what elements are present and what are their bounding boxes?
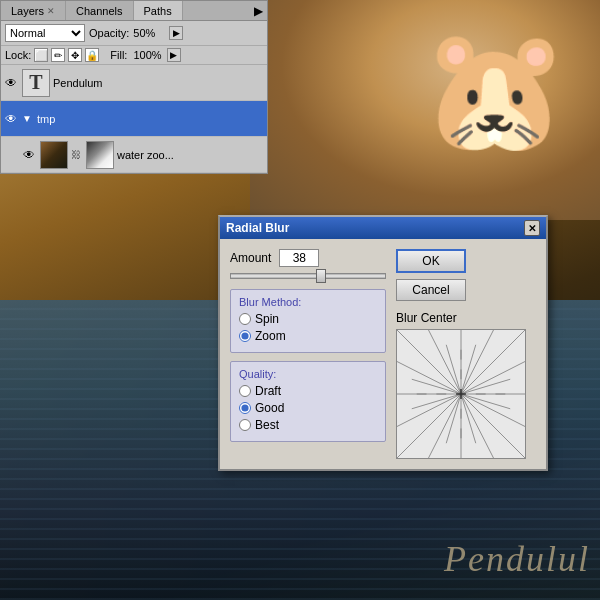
quality-good-row: Good bbox=[239, 401, 377, 415]
tab-layers-close[interactable]: ✕ bbox=[47, 6, 55, 16]
amount-slider-thumb[interactable] bbox=[316, 269, 326, 283]
layer-name-tmp: tmp bbox=[37, 113, 265, 125]
eye-icon-water-zoo[interactable]: 👁 bbox=[21, 147, 37, 163]
dialog-body: Amount Blur Method: Spin Zoom bbox=[220, 239, 546, 469]
svg-line-12 bbox=[429, 330, 461, 394]
svg-line-8 bbox=[397, 362, 461, 394]
blur-method-spin-row: Spin bbox=[239, 312, 377, 326]
radial-blur-dialog: Radial Blur ✕ Amount Blur Method: Spin bbox=[218, 215, 548, 471]
blur-method-spin-radio[interactable] bbox=[239, 313, 251, 325]
blur-center-svg bbox=[397, 330, 525, 458]
blur-method-label: Blur Method: bbox=[239, 296, 377, 308]
amount-input[interactable] bbox=[279, 249, 319, 267]
svg-line-14 bbox=[429, 394, 461, 458]
quality-good-label: Good bbox=[255, 401, 284, 415]
tab-layers[interactable]: Layers ✕ bbox=[1, 1, 66, 20]
layer-list: 👁 T Pendulum 👁 ▼ tmp 👁 ⛓ water zoo... bbox=[1, 65, 267, 173]
fill-arrow-btn[interactable]: ▶ bbox=[167, 48, 181, 62]
layer-item-pendulum[interactable]: 👁 T Pendulum bbox=[1, 65, 267, 101]
panel-tabs: Layers ✕ Channels Paths ▶ bbox=[1, 1, 267, 21]
blur-method-zoom-row: Zoom bbox=[239, 329, 377, 343]
dialog-titlebar: Radial Blur ✕ bbox=[220, 217, 546, 239]
watermark-text: Pendulul bbox=[444, 538, 590, 580]
layer-item-water-zoo[interactable]: 👁 ⛓ water zoo... bbox=[1, 137, 267, 173]
blur-center-box[interactable] bbox=[396, 329, 526, 459]
amount-slider[interactable] bbox=[230, 273, 386, 279]
blur-method-section: Blur Method: Spin Zoom bbox=[230, 289, 386, 353]
lock-label: Lock: bbox=[5, 49, 31, 61]
tab-channels[interactable]: Channels bbox=[66, 1, 133, 20]
svg-line-10 bbox=[461, 362, 525, 394]
quality-section: Quality: Draft Good Best bbox=[230, 361, 386, 442]
lock-transparent-icon[interactable]: ⬜ bbox=[34, 48, 48, 62]
amount-row: Amount bbox=[230, 249, 386, 267]
fill-label: Fill: bbox=[110, 49, 127, 61]
layer-name-pendulum: Pendulum bbox=[53, 77, 265, 89]
layer-item-tmp[interactable]: 👁 ▼ tmp bbox=[1, 101, 267, 137]
lock-position-icon[interactable]: ✥ bbox=[68, 48, 82, 62]
lock-all-icon[interactable]: 🔒 bbox=[85, 48, 99, 62]
opacity-arrow-btn[interactable]: ▶ bbox=[169, 26, 183, 40]
eye-icon-tmp[interactable]: 👁 bbox=[3, 111, 19, 127]
opacity-label: Opacity: bbox=[89, 27, 129, 39]
opacity-value: 50% bbox=[133, 27, 165, 39]
lock-row: Lock: ⬜ ✏ ✥ 🔒 Fill: 100% ▶ bbox=[1, 46, 267, 65]
lock-pixels-icon[interactable]: ✏ bbox=[51, 48, 65, 62]
blur-method-spin-label: Spin bbox=[255, 312, 279, 326]
quality-label: Quality: bbox=[239, 368, 377, 380]
group-expand-tmp[interactable]: ▼ bbox=[22, 113, 32, 124]
eye-icon-pendulum[interactable]: 👁 bbox=[3, 75, 19, 91]
quality-best-radio[interactable] bbox=[239, 419, 251, 431]
quality-good-radio[interactable] bbox=[239, 402, 251, 414]
blend-opacity-row: Normal Opacity: 50% ▶ bbox=[1, 21, 267, 46]
dialog-title: Radial Blur bbox=[226, 221, 289, 235]
dialog-right-panel: OK Cancel Blur Center bbox=[396, 249, 536, 459]
amount-label: Amount bbox=[230, 251, 271, 265]
svg-line-11 bbox=[461, 394, 525, 426]
tab-paths[interactable]: Paths bbox=[134, 1, 183, 20]
ok-button[interactable]: OK bbox=[396, 249, 466, 273]
svg-line-13 bbox=[461, 330, 493, 394]
quality-draft-label: Draft bbox=[255, 384, 281, 398]
tab-scroll-right[interactable]: ▶ bbox=[254, 4, 267, 18]
dialog-buttons: OK Cancel bbox=[396, 249, 536, 301]
blur-method-zoom-label: Zoom bbox=[255, 329, 286, 343]
chain-icon: ⛓ bbox=[71, 149, 83, 160]
cancel-button[interactable]: Cancel bbox=[396, 279, 466, 301]
quality-best-row: Best bbox=[239, 418, 377, 432]
quality-draft-row: Draft bbox=[239, 384, 377, 398]
svg-line-9 bbox=[397, 394, 461, 426]
dialog-close-button[interactable]: ✕ bbox=[524, 220, 540, 236]
fill-value: 100% bbox=[133, 49, 161, 61]
layers-panel: Layers ✕ Channels Paths ▶ Normal Opacity… bbox=[0, 0, 268, 174]
svg-line-15 bbox=[461, 394, 493, 458]
blur-center-label: Blur Center bbox=[396, 311, 536, 325]
layer-mask-water-zoo bbox=[86, 141, 114, 169]
quality-best-label: Best bbox=[255, 418, 279, 432]
layer-thumb-pendulum: T bbox=[22, 69, 50, 97]
blend-mode-select[interactable]: Normal bbox=[5, 24, 85, 42]
blur-method-zoom-radio[interactable] bbox=[239, 330, 251, 342]
dialog-left-panel: Amount Blur Method: Spin Zoom bbox=[230, 249, 386, 459]
layer-thumb-water-zoo bbox=[40, 141, 68, 169]
layer-name-water-zoo: water zoo... bbox=[117, 149, 265, 161]
hamster-image bbox=[250, 0, 600, 220]
quality-draft-radio[interactable] bbox=[239, 385, 251, 397]
